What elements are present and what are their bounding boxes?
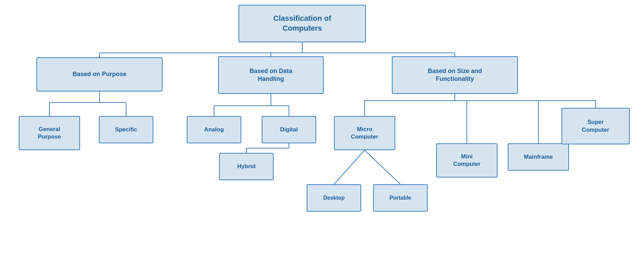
root-node: Classification of Computers [239, 5, 366, 42]
data-handling-node: Based on Data Handling [218, 56, 324, 94]
mainframe-node: Mainframe [508, 143, 569, 171]
digital-node: Digital [262, 116, 316, 143]
desktop-node: Desktop [307, 184, 361, 212]
specific-node: Specific [99, 116, 153, 143]
svg-line-23 [334, 150, 365, 184]
super-node: Super Computer [562, 108, 630, 144]
micro-node: Micro Computer [334, 116, 395, 150]
mini-node: Mini Computer [436, 143, 497, 177]
portable-node: Portable [373, 184, 428, 212]
purpose-node: Based on Purpose [36, 57, 163, 91]
analog-node: Analog [187, 116, 241, 143]
svg-line-24 [365, 150, 400, 184]
hybrid-node: Hybrid [219, 153, 274, 180]
size-func-node: Based on Size and Functionality [392, 56, 518, 94]
general-purpose-node: General Purpose [19, 116, 80, 150]
